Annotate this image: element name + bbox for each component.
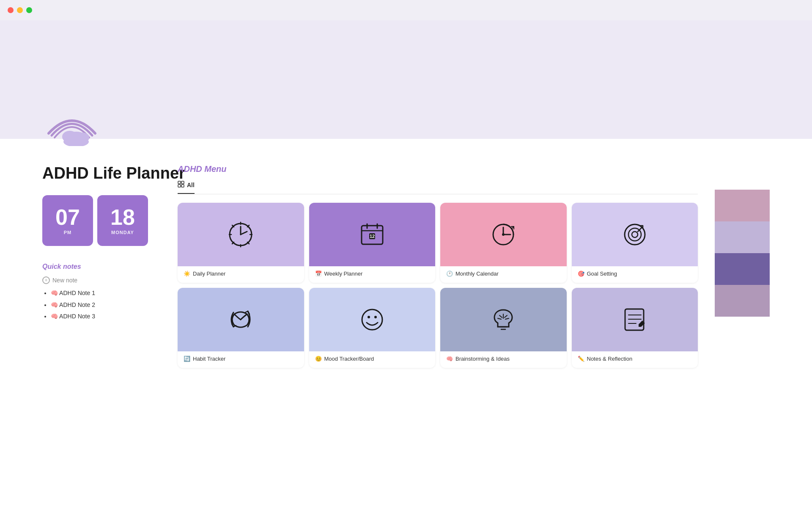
svg-rect-4 <box>178 181 181 184</box>
card-goal-setting[interactable]: 🎯 Goal Setting <box>572 203 698 283</box>
weekly-planner-text: Weekly Planner <box>324 271 363 277</box>
mood-tracker-icon: 😊 <box>315 356 322 362</box>
quick-notes-section: Quick notes + New note 🧠 ADHD Note 1 🧠 A… <box>42 263 161 321</box>
svg-rect-6 <box>178 185 181 187</box>
svg-point-35 <box>374 316 377 318</box>
new-note-label: New note <box>52 277 77 284</box>
menu-area: ADHD Menu All <box>178 164 698 368</box>
weekly-planner-icon: 📅 <box>315 271 322 277</box>
card-habit-tracker-label: 🔄 Habit Tracker <box>178 351 304 368</box>
svg-line-39 <box>499 315 502 318</box>
maximize-dot[interactable] <box>26 7 32 13</box>
svg-text:12: 12 <box>370 234 375 239</box>
close-dot[interactable] <box>8 7 14 13</box>
notes-reflection-icon: ✏️ <box>578 356 584 362</box>
svg-line-10 <box>241 232 247 235</box>
card-daily-planner-image <box>178 203 304 266</box>
swatch-3 <box>715 253 770 285</box>
monthly-calendar-icon: 🕐 <box>446 271 453 277</box>
tab-all-label: All <box>187 182 195 188</box>
swatch-4 <box>715 285 770 317</box>
brainstorming-icon: 🧠 <box>446 356 453 362</box>
goal-setting-icon: 🎯 <box>578 271 584 277</box>
card-monthly-calendar-label: 🕐 Monthly Calendar <box>440 266 567 283</box>
clock-hour-block: 07 PM <box>42 195 93 246</box>
svg-point-31 <box>632 232 638 237</box>
note-item-2[interactable]: 🧠 ADHD Note 2 <box>51 301 161 309</box>
left-panel: ADHD Life Planner 07 PM 18 MONDAY Quick … <box>42 164 161 368</box>
card-brainstorming-image <box>440 288 567 351</box>
clock-widget: 07 PM 18 MONDAY <box>42 195 161 246</box>
svg-point-33 <box>362 309 382 330</box>
notes-list: 🧠 ADHD Note 1 🧠 ADHD Note 2 🧠 ADHD Note … <box>42 289 161 321</box>
new-note-button[interactable]: + New note <box>42 276 77 284</box>
card-mood-tracker-label: 😊 Mood Tracker/Board <box>309 351 436 368</box>
grid-icon <box>178 181 184 189</box>
clock-hour-label: PM <box>64 230 72 235</box>
card-mood-tracker-image <box>309 288 436 351</box>
brainstorming-text: Brainstorming & Ideas <box>455 356 510 362</box>
goal-setting-text: Goal Setting <box>587 271 617 277</box>
minimize-dot[interactable] <box>17 7 23 13</box>
svg-point-28 <box>502 233 505 236</box>
svg-rect-7 <box>181 185 184 187</box>
card-weekly-planner[interactable]: 12 📅 Weekly Planner <box>309 203 436 283</box>
card-notes-reflection-image <box>572 288 698 351</box>
habit-tracker-icon: 🔄 <box>184 356 190 362</box>
swatch-1 <box>715 190 770 221</box>
page-title: ADHD Life Planner <box>42 164 161 182</box>
cards-grid: ☀️ Daily Planner 12 📅 <box>178 203 698 368</box>
card-notes-reflection[interactable]: ✏️ Notes & Reflection <box>572 288 698 368</box>
monthly-calendar-text: Monthly Calendar <box>455 271 499 277</box>
daily-planner-text: Daily Planner <box>193 271 225 277</box>
clock-date-label: MONDAY <box>111 230 134 235</box>
daily-planner-icon: ☀️ <box>184 271 190 277</box>
card-brainstorming-label: 🧠 Brainstorming & Ideas <box>440 351 567 368</box>
card-weekly-planner-label: 📅 Weekly Planner <box>309 266 436 283</box>
clock-hour: 07 <box>55 206 80 228</box>
card-habit-tracker[interactable]: 🔄 Habit Tracker <box>178 288 304 368</box>
mood-tracker-text: Mood Tracker/Board <box>324 356 374 362</box>
card-goal-setting-label: 🎯 Goal Setting <box>572 266 698 283</box>
swatches-panel <box>715 190 770 368</box>
svg-rect-5 <box>181 181 184 184</box>
card-habit-tracker-image <box>178 288 304 351</box>
card-monthly-calendar[interactable]: 🕐 Monthly Calendar <box>440 203 567 283</box>
main-content: ADHD Life Planner 07 PM 18 MONDAY Quick … <box>0 139 812 393</box>
clock-date-block: 18 MONDAY <box>97 195 148 246</box>
svg-line-41 <box>498 318 501 319</box>
window-chrome <box>0 0 812 20</box>
new-note-icon: + <box>42 276 50 284</box>
card-daily-planner-label: ☀️ Daily Planner <box>178 266 304 283</box>
note-item-1[interactable]: 🧠 ADHD Note 1 <box>51 289 161 298</box>
menu-tabs: All <box>178 181 698 194</box>
card-monthly-calendar-image <box>440 203 567 266</box>
hero-banner <box>0 20 812 139</box>
adhd-menu-title: ADHD Menu <box>178 164 698 174</box>
svg-point-34 <box>368 316 370 318</box>
hero-icon <box>42 104 102 152</box>
swatch-2 <box>715 221 770 253</box>
tab-all[interactable]: All <box>178 181 195 194</box>
card-mood-tracker[interactable]: 😊 Mood Tracker/Board <box>309 288 436 368</box>
card-goal-setting-image <box>572 203 698 266</box>
card-notes-reflection-label: ✏️ Notes & Reflection <box>572 351 698 368</box>
quick-notes-title: Quick notes <box>42 263 161 271</box>
svg-line-40 <box>505 315 507 318</box>
clock-date: 18 <box>110 206 135 228</box>
habit-tracker-text: Habit Tracker <box>193 356 225 362</box>
card-brainstorming[interactable]: 🧠 Brainstorming & Ideas <box>440 288 567 368</box>
notes-reflection-text: Notes & Reflection <box>587 356 633 362</box>
note-item-3[interactable]: 🧠 ADHD Note 3 <box>51 312 161 321</box>
card-weekly-planner-image: 12 <box>309 203 436 266</box>
card-daily-planner[interactable]: ☀️ Daily Planner <box>178 203 304 283</box>
svg-line-42 <box>505 318 509 319</box>
